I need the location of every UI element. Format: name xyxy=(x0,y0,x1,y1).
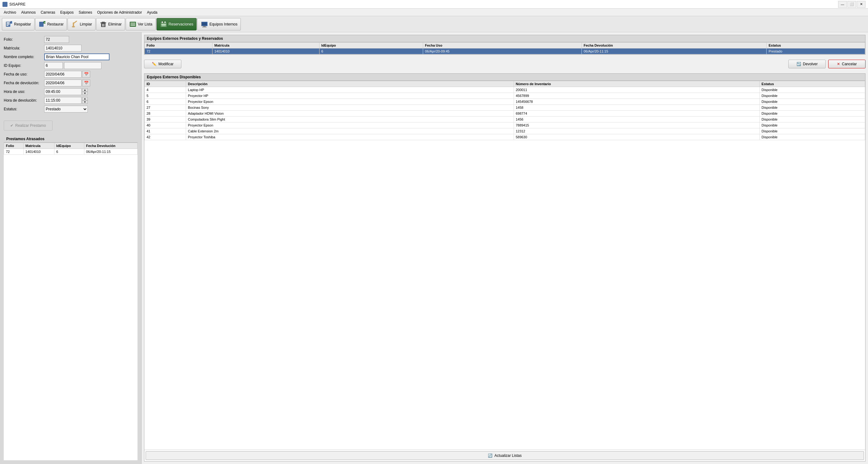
fecha-devolucion-label: Fecha de devolución: xyxy=(4,81,44,85)
realizar-prestamo-label: Realizar Prestamo xyxy=(15,123,46,128)
devolver-label: Devolver xyxy=(803,62,817,66)
limpiar-button[interactable]: Limpiar xyxy=(67,18,95,30)
table-row[interactable]: 41 Cable Extension 2m 12312 Disponible xyxy=(145,128,865,134)
ep-col-fecha-dev: Fecha Devolución xyxy=(582,42,767,48)
equipos-internos-label: Equipos Internos xyxy=(209,22,237,26)
nombre-input[interactable] xyxy=(44,54,110,60)
hora-uso-spinner: ▲ ▼ xyxy=(82,88,88,95)
minimize-button[interactable]: — xyxy=(838,1,847,8)
fecha-devolucion-calendar-button[interactable]: 📅 xyxy=(82,79,90,87)
cell-id: 4 xyxy=(145,87,186,93)
cell-inv: 145456678 xyxy=(514,99,760,105)
fecha-uso-input[interactable] xyxy=(44,71,82,78)
left-panel: Folio: Matrícula: Nombre completo: ID Eq… xyxy=(0,32,142,464)
title-bar: SISAPRE — ⬜ ✕ xyxy=(0,0,868,9)
menu-archivo[interactable]: Archivo xyxy=(1,9,19,15)
prestamos-atrasados-table: Folio Matrícula IdEquipo Fecha Devolució… xyxy=(4,143,137,155)
fecha-devolucion-row: Fecha de devolución: 📅 xyxy=(4,79,137,87)
hora-devolucion-input[interactable] xyxy=(44,97,82,104)
fecha-devolucion-input[interactable] xyxy=(44,79,82,87)
ep-col-matricula: Matrícula xyxy=(212,42,319,48)
ver-lista-button[interactable]: Ver Lista xyxy=(126,18,156,30)
nombre-label: Nombre completo: xyxy=(4,55,44,59)
menu-ayuda[interactable]: Ayuda xyxy=(144,9,160,15)
close-button[interactable]: ✕ xyxy=(857,1,866,8)
main-content: Folio: Matrícula: Nombre completo: ID Eq… xyxy=(0,32,868,464)
table-row[interactable]: 28 Adaptador HDMI Vision 698774 Disponib… xyxy=(145,111,865,117)
folio-input[interactable] xyxy=(44,36,69,43)
devolver-button[interactable]: ↩️ Devolver xyxy=(788,60,826,68)
table-row[interactable]: 72 14014010 6 06/Apr/20-11:15 xyxy=(4,149,137,155)
equipos-internos-button[interactable]: Equipos Internos xyxy=(197,18,241,30)
cell-desc: Bocinas Sony xyxy=(186,105,514,111)
hora-devolucion-up-button[interactable]: ▲ xyxy=(82,97,88,100)
hora-uso-down-button[interactable]: ▼ xyxy=(82,92,88,95)
hora-devolucion-spinner: ▲ ▼ xyxy=(82,97,88,104)
ed-col-inv: Número de Inventario xyxy=(514,81,760,87)
menu-equipos[interactable]: Equipos xyxy=(58,9,76,15)
reservaciones-button[interactable]: Reservaciones xyxy=(156,18,197,30)
cell-id: 42 xyxy=(145,134,186,140)
table-row[interactable]: 6 Proyector Epson 145456678 Disponible xyxy=(145,99,865,105)
estatus-select[interactable]: Prestado Devuelto Reservado xyxy=(44,106,88,112)
svg-rect-1 xyxy=(6,22,10,24)
svg-rect-29 xyxy=(203,26,206,27)
reservaciones-icon xyxy=(160,21,167,28)
svg-rect-18 xyxy=(130,25,135,26)
table-row[interactable]: 39 Computadora Slim Pight 1456 Disponibl… xyxy=(145,117,865,123)
cell-est: Disponible xyxy=(760,117,865,123)
svg-line-9 xyxy=(74,21,76,23)
hora-devolucion-down-button[interactable]: ▼ xyxy=(82,100,88,104)
equipos-prestados-header: Equipos Externos Prestados y Reservados xyxy=(144,35,865,42)
id-equipo-extra-input[interactable] xyxy=(64,62,101,69)
cell-fecha-dev: 06/Apr/20-11:15 xyxy=(582,48,767,55)
cell-fecha-uso: 06/Apr/20-09:45 xyxy=(423,48,582,55)
restaurar-button[interactable]: Restaurar xyxy=(35,18,67,30)
menu-salones[interactable]: Salones xyxy=(76,9,95,15)
cell-inv: 200011 xyxy=(514,87,760,93)
hora-uso-input[interactable] xyxy=(44,88,82,95)
ep-col-estatus: Estatus xyxy=(767,42,865,48)
realizar-prestamo-button[interactable]: ✔ Realizar Prestamo xyxy=(4,121,53,131)
cell-id: 27 xyxy=(145,105,186,111)
svg-rect-14 xyxy=(103,24,104,26)
equipos-internos-icon xyxy=(201,21,208,28)
modificar-button[interactable]: ✏️ Modificar xyxy=(144,60,181,68)
id-equipo-input[interactable] xyxy=(44,62,63,69)
ver-lista-icon xyxy=(129,21,136,28)
table-row[interactable]: 27 Bocinas Sony 1458 Disponible xyxy=(145,105,865,111)
cancelar-button[interactable]: ✕ Cancelar xyxy=(828,60,866,68)
ed-col-id: ID xyxy=(145,81,186,87)
table-row[interactable]: 40 Proyector Epson 7889415 Disponible xyxy=(145,123,865,128)
hora-uso-up-button[interactable]: ▲ xyxy=(82,88,88,92)
table-row[interactable]: 42 Proyector Toshiba 589630 Disponible xyxy=(145,134,865,140)
table-row[interactable]: 5 Proyector HP 4567899 Disponible xyxy=(145,93,865,99)
prestamos-atrasados-header: Prestamos Atrasados xyxy=(4,135,137,143)
cell-id: 5 xyxy=(145,93,186,99)
cell-est: Disponible xyxy=(760,105,865,111)
title-bar-controls: — ⬜ ✕ xyxy=(838,1,866,8)
menu-alumnos[interactable]: Alumnos xyxy=(19,9,38,15)
table-row[interactable]: 72 14014010 6 06/Apr/20-09:45 06/Apr/20-… xyxy=(145,48,865,55)
svg-rect-28 xyxy=(202,22,207,26)
respaldar-label: Respaldar xyxy=(14,22,31,26)
menu-opciones[interactable]: Opciones de Administrador xyxy=(95,9,144,15)
ep-col-idequipo: IdEquipo xyxy=(319,42,423,48)
reservaciones-label: Reservaciones xyxy=(168,22,193,26)
fecha-uso-calendar-button[interactable]: 📅 xyxy=(82,71,90,78)
eliminar-button[interactable]: Eliminar xyxy=(96,18,125,30)
ed-col-est: Estatus xyxy=(760,81,865,87)
cell-inv: 1458 xyxy=(514,105,760,111)
matricula-input[interactable] xyxy=(44,45,82,52)
nombre-row: Nombre completo: xyxy=(4,54,137,60)
actualizar-listas-button[interactable]: 🔄 Actualizar Listas xyxy=(146,451,864,460)
col-matricula: Matrícula xyxy=(23,143,54,149)
menu-carreras[interactable]: Carreras xyxy=(38,9,58,15)
col-idequipo: IdEquipo xyxy=(54,143,84,149)
cell-matricula: 14014010 xyxy=(212,48,319,55)
action-buttons: ✏️ Modificar ↩️ Devolver ✕ Cancelar xyxy=(144,57,866,71)
respaldar-button[interactable]: Respaldar xyxy=(2,18,34,30)
cell-id: 39 xyxy=(145,117,186,123)
table-row[interactable]: 4 Laptop HP 200011 Disponible xyxy=(145,87,865,93)
maximize-button[interactable]: ⬜ xyxy=(847,1,856,8)
